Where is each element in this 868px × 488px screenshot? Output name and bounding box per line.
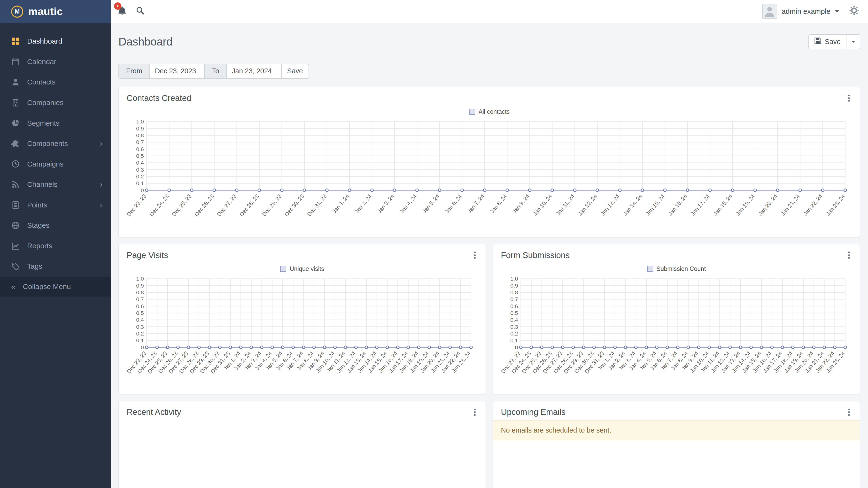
svg-text:Jan 17, 24: Jan 17, 24 — [689, 193, 711, 217]
sidebar-item-label: Segments — [27, 119, 60, 127]
collapse-menu-label: Collapse Menu — [23, 283, 71, 291]
sidebar-item-components[interactable]: Components › — [0, 133, 111, 154]
svg-text:Jan 19, 24: Jan 19, 24 — [735, 193, 756, 217]
dashboard-save-group: Save — [808, 34, 860, 50]
user-menu[interactable]: admin example — [762, 4, 839, 19]
dashboard-grid-icon — [11, 37, 20, 45]
date-to-input[interactable] — [226, 64, 282, 79]
legend-item[interactable]: Submission Count — [647, 265, 706, 272]
svg-text:0.2: 0.2 — [136, 330, 144, 337]
sidebar-item-calendar[interactable]: Calendar — [0, 52, 111, 72]
clock-icon — [11, 160, 20, 168]
user-name: admin example — [781, 7, 830, 15]
sidebar-item-label: Dashboard — [27, 37, 62, 45]
panel-menu-button[interactable] — [472, 408, 478, 417]
settings-button[interactable] — [849, 6, 859, 17]
panel-menu-button[interactable] — [846, 93, 852, 103]
svg-text:0: 0 — [141, 344, 144, 351]
sidebar-item-reports[interactable]: Reports — [0, 236, 111, 256]
date-from-input[interactable] — [149, 64, 205, 79]
chart-legend: Unique visits — [124, 263, 480, 274]
sidebar-item-segments[interactable]: Segments — [0, 113, 111, 133]
tag-icon — [11, 262, 20, 270]
sidebar-item-channels[interactable]: Channels › — [0, 174, 111, 195]
collapse-menu-button[interactable]: « Collapse Menu — [0, 277, 111, 296]
sidebar-item-label: Campaigns — [27, 160, 63, 168]
sidebar-item-companies[interactable]: Companies — [0, 93, 111, 113]
search-button[interactable] — [135, 6, 145, 17]
sidebar-item-dashboard[interactable]: Dashboard — [0, 31, 111, 52]
sidebar: Dashboard Calendar Contacts Companies Se… — [0, 23, 111, 488]
notification-badge-icon: ★ — [114, 2, 121, 10]
notifications-button[interactable]: ★ — [118, 6, 127, 17]
svg-text:0.4: 0.4 — [136, 160, 144, 166]
svg-text:Jan 11, 24: Jan 11, 24 — [555, 193, 576, 217]
svg-text:Jan 23, 24: Jan 23, 24 — [825, 193, 846, 217]
sidebar-item-stages[interactable]: Stages — [0, 215, 111, 236]
svg-text:Dec 29, 23: Dec 29, 23 — [261, 193, 283, 218]
filter-save-button[interactable]: Save — [281, 64, 309, 79]
svg-text:Jan 10, 24: Jan 10, 24 — [532, 193, 553, 217]
legend-item[interactable]: All contacts — [469, 108, 509, 115]
from-label: From — [118, 64, 150, 79]
chart-legend: All contacts — [124, 106, 854, 118]
panel-title: Form Submissions — [501, 251, 569, 260]
calculator-icon — [11, 201, 20, 209]
sidebar-item-label: Reports — [27, 242, 52, 250]
panel-title: Recent Activity — [127, 408, 181, 417]
sidebar-item-label: Calendar — [27, 58, 56, 66]
svg-text:Dec 28, 23: Dec 28, 23 — [238, 193, 260, 218]
svg-text:0.7: 0.7 — [136, 296, 144, 302]
dashboard-save-button[interactable]: Save — [808, 34, 847, 50]
floppy-save-icon — [814, 37, 822, 46]
sidebar-item-label: Companies — [27, 99, 63, 107]
svg-text:Jan 20, 24: Jan 20, 24 — [757, 193, 779, 217]
app-root: M mautic ★ — [0, 0, 868, 488]
svg-text:Dec 31, 23: Dec 31, 23 — [306, 193, 328, 218]
svg-text:1.0: 1.0 — [136, 275, 144, 282]
svg-text:0.1: 0.1 — [510, 337, 518, 344]
panel-menu-button[interactable] — [472, 251, 478, 260]
sidebar-item-tags[interactable]: Tags — [0, 256, 111, 277]
panel-menu-button[interactable] — [846, 408, 852, 417]
sidebar-item-points[interactable]: Points › — [0, 195, 111, 215]
legend-item[interactable]: Unique visits — [280, 265, 324, 272]
svg-text:0.1: 0.1 — [136, 337, 144, 344]
svg-text:0.5: 0.5 — [510, 310, 518, 316]
svg-text:1.0: 1.0 — [510, 275, 518, 282]
mautic-logo-icon: M — [11, 6, 23, 18]
svg-text:Jan 6, 24: Jan 6, 24 — [444, 193, 463, 215]
recent-activity-body — [119, 420, 486, 425]
company-building-icon — [11, 99, 20, 107]
svg-text:Jan 18, 24: Jan 18, 24 — [712, 193, 734, 217]
svg-text:0.5: 0.5 — [136, 310, 144, 316]
svg-text:Jan 9, 24: Jan 9, 24 — [511, 193, 531, 215]
legend-swatch-icon — [469, 109, 475, 115]
svg-text:Dec 26, 23: Dec 26, 23 — [193, 193, 215, 218]
svg-text:0.7: 0.7 — [510, 296, 518, 302]
sidebar-item-campaigns[interactable]: Campaigns — [0, 154, 111, 174]
svg-text:Jan 3, 24: Jan 3, 24 — [376, 193, 396, 215]
svg-text:Jan 15, 24: Jan 15, 24 — [645, 193, 666, 217]
panel-title: Page Visits — [127, 251, 168, 260]
chevron-down-icon — [835, 10, 839, 12]
panel-menu-button[interactable] — [846, 251, 852, 260]
svg-text:0.9: 0.9 — [136, 125, 144, 132]
svg-text:Jan 8, 24: Jan 8, 24 — [489, 193, 508, 215]
gear-icon — [849, 6, 859, 17]
save-dropdown-toggle[interactable] — [846, 34, 860, 50]
contact-person-icon — [11, 78, 20, 86]
brand-logo[interactable]: M mautic — [0, 0, 111, 23]
svg-text:0.3: 0.3 — [136, 324, 144, 330]
svg-text:Dec 30, 23: Dec 30, 23 — [283, 193, 305, 218]
svg-text:0.8: 0.8 — [510, 289, 518, 296]
sidebar-item-contacts[interactable]: Contacts — [0, 72, 111, 93]
svg-text:Jan 7, 24: Jan 7, 24 — [466, 193, 486, 215]
svg-text:Dec 24, 23: Dec 24, 23 — [148, 193, 170, 218]
svg-text:0.6: 0.6 — [136, 303, 144, 310]
puzzle-piece-icon — [11, 139, 20, 148]
date-filter-bar: From To Save — [118, 64, 860, 79]
main-content: Dashboard Save From To Save — [111, 23, 868, 488]
sidebar-item-label: Points — [27, 201, 47, 209]
upcoming-emails-panel: Upcoming Emails No emails are scheduled … — [493, 401, 860, 488]
